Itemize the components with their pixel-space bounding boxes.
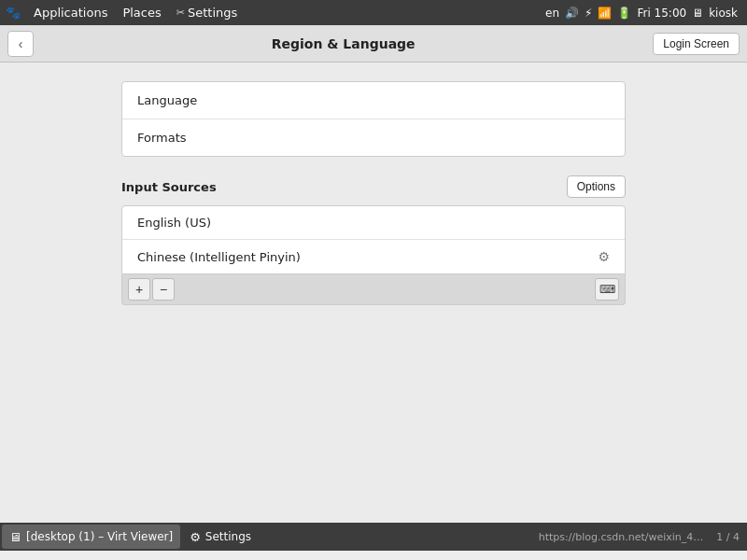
topbar-bluetooth-icon: ⚡ — [585, 7, 592, 20]
gear-icon[interactable]: ⚙ — [598, 249, 610, 264]
topbar-lang: en — [545, 7, 559, 20]
add-input-source-button[interactable]: + — [128, 278, 150, 301]
virt-viewer-icon: 🖥 — [9, 530, 21, 544]
input-sources-list: English (US) Chinese (Intelligent Pinyin… — [121, 205, 626, 274]
input-sources-title: Input Sources — [121, 180, 217, 194]
taskbar-url: https://blog.csdn.net/weixin_4… — [533, 531, 710, 543]
topbar-places[interactable]: Places — [115, 0, 168, 25]
options-button[interactable]: Options — [567, 175, 626, 198]
topbar: 🐾 Applications Places ✂ Settings en 🔊 ⚡ … — [0, 0, 747, 25]
topbar-applications[interactable]: Applications — [26, 0, 115, 25]
input-source-english-label: English (US) — [137, 216, 211, 230]
topbar-volume-icon: 🔊 — [565, 7, 579, 20]
taskbar-virt-viewer[interactable]: 🖥 [desktop (1) – Virt Viewer] — [2, 525, 180, 549]
settings-taskbar-icon: ⚙ — [190, 530, 201, 544]
topbar-time: Fri 15:00 — [637, 7, 686, 20]
language-item[interactable]: Language — [122, 82, 625, 119]
taskbar-settings[interactable]: ⚙ Settings — [182, 525, 259, 549]
topbar-user-icon: 🖥 — [692, 7, 703, 20]
main-content: Language Formats Input Sources Options E… — [0, 63, 747, 523]
settings-taskbar-label: Settings — [205, 530, 251, 543]
toolbar-left: + − — [128, 278, 175, 301]
titlebar: ‹ Region & Language Login Screen — [0, 25, 747, 63]
input-source-chinese[interactable]: Chinese (Intelligent Pinyin) ⚙ — [122, 240, 625, 273]
topbar-user: kiosk — [709, 7, 738, 20]
topbar-right: en 🔊 ⚡ 📶 🔋 Fri 15:00 🖥 kiosk — [540, 7, 743, 20]
keyboard-preview-button[interactable]: ⌨ — [595, 278, 619, 301]
formats-item[interactable]: Formats — [122, 119, 625, 156]
input-sources-toolbar: + − ⌨ — [121, 274, 626, 305]
topbar-wifi-icon: 📶 — [598, 7, 612, 20]
page-title: Region & Language — [34, 36, 653, 51]
back-button[interactable]: ‹ — [7, 31, 34, 57]
taskbar: 🖥 [desktop (1) – Virt Viewer] ⚙ Settings… — [0, 523, 747, 551]
virt-viewer-label: [desktop (1) – Virt Viewer] — [26, 530, 173, 543]
remove-input-source-button[interactable]: − — [152, 278, 175, 301]
input-source-english[interactable]: English (US) — [122, 206, 625, 240]
input-sources-header: Input Sources Options — [121, 175, 626, 198]
topbar-battery-icon: 🔋 — [617, 7, 631, 20]
topbar-settings[interactable]: ✂ Settings — [169, 0, 246, 25]
login-screen-button[interactable]: Login Screen — [653, 33, 740, 55]
language-formats-list: Language Formats — [121, 81, 626, 157]
taskbar-page-info: 1 / 4 — [711, 531, 745, 543]
topbar-logo: 🐾 — [4, 4, 22, 22]
input-source-chinese-label: Chinese (Intelligent Pinyin) — [137, 250, 301, 264]
